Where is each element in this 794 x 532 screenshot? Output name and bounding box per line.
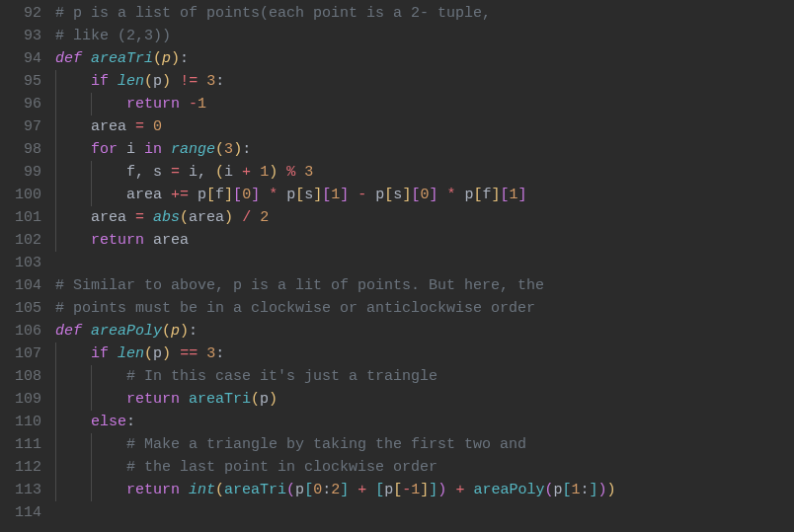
code-line[interactable]: else: (55, 411, 794, 433)
token-comment: # the last point in clockwise order (126, 459, 437, 476)
indent-guide (55, 206, 56, 229)
token-number: 1 (571, 482, 580, 498)
token-keyword-ctrl: for (91, 141, 118, 158)
token-bracket-y: ( (162, 323, 171, 340)
token-plain (55, 141, 91, 158)
token-comment: # Make a triangle by taking the first tw… (126, 436, 526, 453)
token-plain: p (278, 187, 295, 203)
token-operator: = (135, 209, 144, 226)
line-number: 95 (0, 70, 41, 93)
line-number: 105 (0, 297, 41, 320)
token-plain (180, 96, 189, 113)
token-plain: p (153, 345, 162, 362)
code-editor[interactable]: 9293949596979899100101102103104105106107… (0, 2, 794, 524)
token-operator: += (171, 187, 189, 203)
token-operator: % (286, 164, 295, 181)
code-line[interactable]: f, s = i, (i + 1) % 3 (55, 161, 794, 184)
token-funcname-call: areaPoly (473, 482, 544, 498)
token-bracket-y: ( (144, 73, 153, 90)
code-line[interactable]: for i in range(3): (55, 138, 794, 161)
token-plain (55, 232, 91, 249)
token-comment: # like (2,3)) (55, 28, 171, 44)
line-number: 113 (0, 479, 41, 501)
token-plain: : (215, 73, 224, 90)
token-builtin: len (118, 73, 144, 90)
token-bracket-y: ( (153, 50, 162, 67)
token-number: 0 (153, 118, 162, 135)
token-plain: area (55, 187, 171, 203)
token-plain (171, 345, 180, 362)
token-number: 1 (260, 164, 269, 181)
code-line[interactable] (55, 501, 794, 524)
token-plain (180, 391, 189, 408)
code-line[interactable]: # Similar to above, p is a lit of points… (55, 274, 794, 297)
token-plain: area (55, 209, 135, 226)
code-line[interactable]: area += p[f][0] * p[s][1] - p[s][0] * p[… (55, 184, 794, 206)
code-line[interactable]: # points must be in a clockwise or antic… (55, 297, 794, 320)
token-plain (251, 164, 260, 181)
token-number: 3 (206, 345, 215, 362)
token-bracket-y: ) (162, 73, 171, 90)
code-line[interactable]: return areaTri(p) (55, 388, 794, 411)
line-number: 99 (0, 161, 41, 184)
token-number: 1 (411, 482, 420, 498)
line-number: 103 (0, 252, 41, 274)
token-bracket-y: ( (215, 482, 224, 498)
token-bracket-y: ] (492, 187, 501, 203)
token-plain: : (215, 345, 224, 362)
token-bracket-y: ] (224, 187, 233, 203)
code-content[interactable]: # p is a list of points(each point is a … (55, 2, 794, 524)
code-line[interactable]: return -1 (55, 93, 794, 115)
token-plain: p (455, 187, 473, 203)
token-bracket-y: ) (224, 209, 233, 226)
line-number: 110 (0, 411, 41, 433)
token-bracket-y: ( (215, 141, 224, 158)
token-plain (260, 187, 269, 203)
token-keyword-ctrl: in (144, 141, 162, 158)
token-param: p (162, 50, 171, 67)
token-plain: p (384, 482, 393, 498)
code-line[interactable]: area = 0 (55, 115, 794, 138)
token-plain (349, 187, 357, 203)
code-line[interactable]: # In this case it's just a traingle (55, 365, 794, 388)
code-line[interactable]: def areaPoly(p): (55, 320, 794, 342)
code-line[interactable]: if len(p) == 3: (55, 342, 794, 365)
token-plain (295, 164, 304, 181)
line-number: 100 (0, 184, 41, 206)
token-plain (109, 73, 118, 90)
code-line[interactable]: if len(p) != 3: (55, 70, 794, 93)
token-plain (82, 50, 91, 67)
token-bracket-p: ( (286, 482, 295, 498)
indent-guide (55, 161, 56, 184)
token-comment: # p is a list of points(each point is a … (55, 5, 491, 22)
code-line[interactable]: def areaTri(p): (55, 47, 794, 70)
indent-guide (91, 184, 92, 206)
line-number: 106 (0, 320, 41, 342)
token-comment: # points must be in a clockwise or antic… (55, 300, 535, 317)
token-comment: # Similar to above, p is a lit of points… (55, 277, 544, 294)
code-line[interactable]: # Make a triangle by taking the first tw… (55, 433, 794, 456)
code-line[interactable] (55, 252, 794, 274)
code-line[interactable]: # p is a list of points(each point is a … (55, 2, 794, 25)
indent-guide (55, 479, 56, 501)
token-plain (278, 164, 286, 181)
code-line[interactable]: return int(areaTri(p[0:2] + [p[-1]]) + a… (55, 479, 794, 501)
token-plain: area (144, 232, 189, 249)
code-line[interactable]: # the last point in clockwise order (55, 456, 794, 479)
code-line[interactable]: area = abs(area) / 2 (55, 206, 794, 229)
line-number: 107 (0, 342, 41, 365)
token-number: 0 (313, 482, 322, 498)
code-line[interactable]: return area (55, 229, 794, 252)
token-plain (55, 345, 91, 362)
token-funcname: areaPoly (91, 323, 162, 340)
token-operator: - (189, 96, 198, 113)
indent-guide (55, 388, 56, 411)
line-number: 98 (0, 138, 41, 161)
indent-guide (55, 411, 56, 433)
token-operator: / (242, 209, 251, 226)
token-keyword-ctrl: return (126, 482, 180, 498)
code-line[interactable]: # like (2,3)) (55, 25, 794, 47)
token-plain (251, 209, 260, 226)
line-number: 94 (0, 47, 41, 70)
token-plain: p (153, 73, 162, 90)
